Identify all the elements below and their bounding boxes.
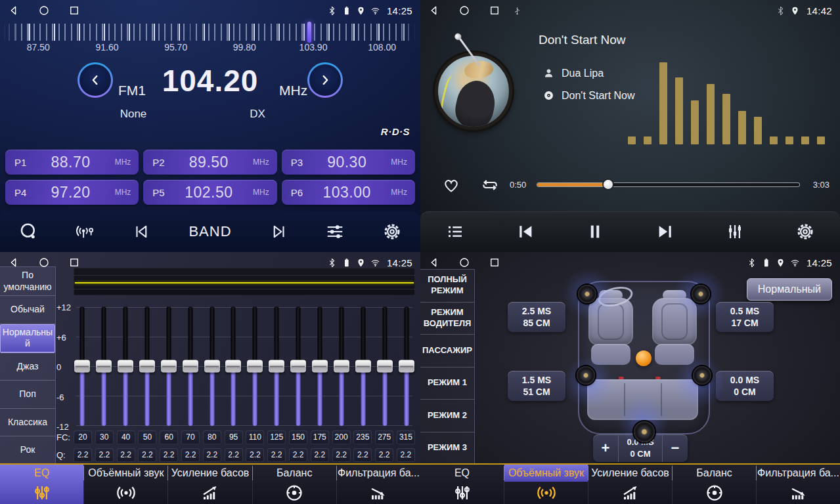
- fc-value[interactable]: 200: [332, 430, 351, 444]
- q-value[interactable]: 2.2: [138, 448, 156, 462]
- eq-band-slider[interactable]: [225, 304, 242, 428]
- previous-station-button[interactable]: [129, 219, 154, 244]
- increase-delay-button[interactable]: +: [593, 434, 618, 462]
- sound-profile-button[interactable]: Нормальный: [747, 278, 832, 301]
- fc-value[interactable]: 60: [160, 430, 178, 444]
- slider-handle[interactable]: [377, 360, 393, 373]
- back-button[interactable]: [428, 5, 440, 16]
- home-button[interactable]: [458, 5, 470, 16]
- slider-handle[interactable]: [161, 360, 177, 373]
- eq-band-slider[interactable]: [139, 304, 156, 428]
- front-right-speaker[interactable]: [692, 285, 710, 303]
- eq-band-slider[interactable]: [268, 304, 285, 428]
- q-value[interactable]: 2.2: [311, 448, 329, 462]
- eq-band-slider[interactable]: [333, 304, 350, 428]
- front-right-delay[interactable]: 0.5 MS 17 CM: [716, 302, 774, 332]
- q-value[interactable]: 2.2: [225, 448, 243, 462]
- eq-preset-item[interactable]: Обычай: [0, 296, 55, 324]
- tuner-scale[interactable]: [4, 24, 416, 41]
- eq-preset-item[interactable]: Джаз: [0, 353, 55, 381]
- slider-handle[interactable]: [139, 360, 155, 373]
- eq-band-slider[interactable]: [290, 304, 307, 428]
- previous-track-button[interactable]: [513, 219, 538, 244]
- recents-button[interactable]: [68, 257, 80, 268]
- front-left-delay[interactable]: 2.5 MS 85 CM: [508, 302, 565, 332]
- sound-mode-item[interactable]: РЕЖИМ 2: [420, 400, 474, 432]
- sound-mode-item[interactable]: РЕЖИМ 3: [420, 432, 474, 465]
- q-value[interactable]: 2.2: [203, 448, 221, 462]
- q-value[interactable]: 2.2: [375, 448, 393, 462]
- eq-preset-item[interactable]: Рок: [0, 436, 55, 465]
- slider-handle[interactable]: [183, 360, 198, 373]
- slider-handle[interactable]: [225, 360, 241, 373]
- band-button[interactable]: BAND: [186, 220, 234, 243]
- seek-up-button[interactable]: [307, 62, 343, 98]
- radio-preset-button[interactable]: P390.30MHz: [282, 150, 415, 175]
- q-value[interactable]: 2.2: [353, 448, 372, 462]
- q-value[interactable]: 2.2: [332, 448, 351, 462]
- radio-preset-button[interactable]: P188.70MHz: [5, 150, 139, 175]
- eq-band-slider[interactable]: [182, 304, 199, 428]
- next-station-button[interactable]: [266, 219, 291, 244]
- back-button[interactable]: [428, 257, 440, 268]
- eq-band-slider[interactable]: [355, 304, 372, 428]
- progress-knob[interactable]: [604, 180, 613, 189]
- q-value[interactable]: 2.2: [267, 448, 286, 462]
- tab-filter[interactable]: Фильтрация ба...: [756, 465, 840, 504]
- progress-bar[interactable]: [537, 183, 799, 186]
- fc-value[interactable]: 275: [375, 430, 393, 444]
- equalizer-button[interactable]: [322, 219, 347, 244]
- broadcast-button[interactable]: [73, 219, 98, 244]
- tab-surround[interactable]: Объёмный звук: [83, 465, 167, 504]
- sound-mode-item[interactable]: РЕЖИМ ВОДИТЕЛЯ: [420, 303, 474, 335]
- slider-handle[interactable]: [118, 360, 133, 373]
- slider-handle[interactable]: [269, 360, 284, 373]
- slider-handle[interactable]: [96, 360, 112, 373]
- tab-bass-boost[interactable]: Усиление басов: [588, 465, 672, 504]
- eq-preset-item[interactable]: Нормальный: [0, 324, 55, 353]
- tab-bass-boost[interactable]: Усиление басов: [167, 465, 252, 504]
- eq-band-slider[interactable]: [246, 304, 263, 428]
- sound-mode-item[interactable]: ПАССАЖИР: [420, 335, 474, 368]
- slider-handle[interactable]: [355, 360, 371, 373]
- eq-band-slider[interactable]: [95, 304, 112, 428]
- rear-right-speaker[interactable]: [693, 366, 711, 385]
- eq-preset-item[interactable]: Классика: [0, 409, 55, 437]
- recents-button[interactable]: [68, 5, 80, 16]
- eq-band-slider[interactable]: [117, 304, 134, 428]
- tab-filter[interactable]: Фильтрация ба...: [336, 465, 420, 504]
- playlist-button[interactable]: [443, 219, 468, 244]
- eq-band-slider[interactable]: [376, 304, 393, 428]
- next-track-button[interactable]: [653, 219, 678, 244]
- fc-value[interactable]: 50: [138, 430, 156, 444]
- q-value[interactable]: 2.2: [160, 448, 178, 462]
- scan-button[interactable]: [16, 219, 41, 244]
- radio-preset-button[interactable]: P5102.50MHz: [143, 180, 276, 205]
- slider-handle[interactable]: [334, 360, 349, 373]
- recents-button[interactable]: [489, 5, 500, 16]
- decrease-delay-button[interactable]: −: [663, 434, 688, 462]
- settings-button[interactable]: [793, 219, 818, 244]
- eq-band-slider[interactable]: [160, 304, 177, 428]
- q-value[interactable]: 2.2: [181, 448, 200, 462]
- slider-handle[interactable]: [399, 360, 414, 373]
- fc-value[interactable]: 175: [311, 430, 329, 444]
- eq-preset-item[interactable]: Поп: [0, 381, 55, 409]
- q-value[interactable]: 2.2: [117, 448, 135, 462]
- fc-value[interactable]: 30: [95, 430, 114, 444]
- recents-button[interactable]: [489, 257, 500, 268]
- fc-value[interactable]: 70: [181, 430, 200, 444]
- seek-down-button[interactable]: [77, 62, 113, 98]
- tab-balance[interactable]: Баланс: [672, 465, 756, 504]
- tab-surround[interactable]: Объёмный звук: [504, 465, 588, 504]
- fc-value[interactable]: 235: [353, 430, 372, 444]
- eq-band-slider[interactable]: [74, 304, 91, 428]
- radio-preset-button[interactable]: P289.50MHz: [143, 150, 276, 175]
- back-button[interactable]: [8, 257, 20, 268]
- favorite-button[interactable]: [442, 176, 460, 194]
- back-button[interactable]: [8, 5, 20, 16]
- home-button[interactable]: [38, 257, 50, 268]
- slider-handle[interactable]: [204, 360, 220, 373]
- eq-band-slider[interactable]: [311, 304, 328, 428]
- fc-value[interactable]: 315: [397, 430, 415, 444]
